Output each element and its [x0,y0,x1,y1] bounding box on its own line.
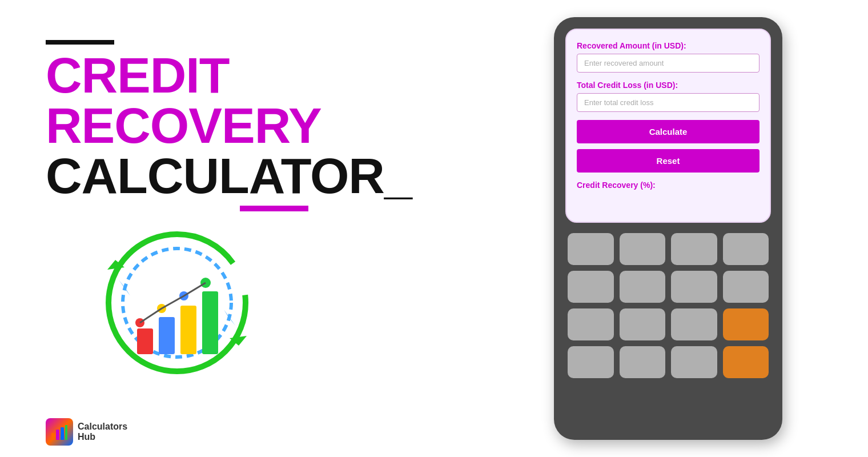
right-section: Recovered Amount (in USD): Total Credit … [468,0,868,457]
title-line2: RECOVERY [46,101,434,151]
title-underline [240,206,308,211]
total-credit-loss-input[interactable] [577,93,760,112]
logo-line2: Hub [78,432,127,442]
key-9[interactable] [568,308,614,340]
left-section: CREDIT RECOVERY CALCULATOR_ [0,0,468,457]
key-enter2[interactable] [723,346,769,378]
key-6[interactable] [620,271,666,303]
key-11[interactable] [671,308,717,340]
logo: Calculators Hub [46,418,127,446]
reset-button[interactable]: Reset [577,149,760,173]
key-3[interactable] [671,233,717,265]
key-10[interactable] [620,308,666,340]
key-enter[interactable] [723,308,769,340]
title-line3: CALCULATOR_ [46,151,434,201]
title-accent-bar [46,40,114,45]
logo-line1: Calculators [78,422,127,432]
key-1[interactable] [568,233,614,265]
svg-rect-15 [56,430,59,440]
key-4[interactable] [723,233,769,265]
logo-icon [46,418,73,446]
svg-marker-5 [224,310,235,326]
result-label: Credit Recovery (%): [577,181,760,190]
key-8[interactable] [723,271,769,303]
key-5[interactable] [568,271,614,303]
svg-point-0 [108,234,246,371]
svg-rect-14 [51,433,55,440]
key-7[interactable] [671,271,717,303]
key-12[interactable] [568,346,614,378]
svg-rect-17 [65,425,67,440]
svg-marker-4 [119,280,130,296]
title-line1: CREDIT [46,50,434,101]
logo-svg [50,423,69,441]
svg-rect-9 [202,291,218,354]
svg-rect-16 [61,427,64,440]
total-credit-loss-label: Total Credit Loss (in USD): [577,81,760,90]
chart-svg [91,228,263,377]
svg-rect-7 [159,317,175,354]
recovered-amount-input[interactable] [577,54,760,73]
svg-rect-6 [137,328,153,354]
svg-rect-8 [180,306,196,354]
logo-text: Calculators Hub [78,422,127,442]
calculate-button[interactable]: Calculate [577,120,760,143]
key-14[interactable] [671,346,717,378]
calculator-body: Recovered Amount (in USD): Total Credit … [554,17,782,440]
key-2[interactable] [620,233,666,265]
key-13[interactable] [620,346,666,378]
title-block: CREDIT RECOVERY CALCULATOR_ [46,40,434,211]
chart-illustration [91,228,263,388]
keypad [565,231,771,380]
recovered-amount-label: Recovered Amount (in USD): [577,41,760,50]
calculator-screen: Recovered Amount (in USD): Total Credit … [565,29,771,223]
